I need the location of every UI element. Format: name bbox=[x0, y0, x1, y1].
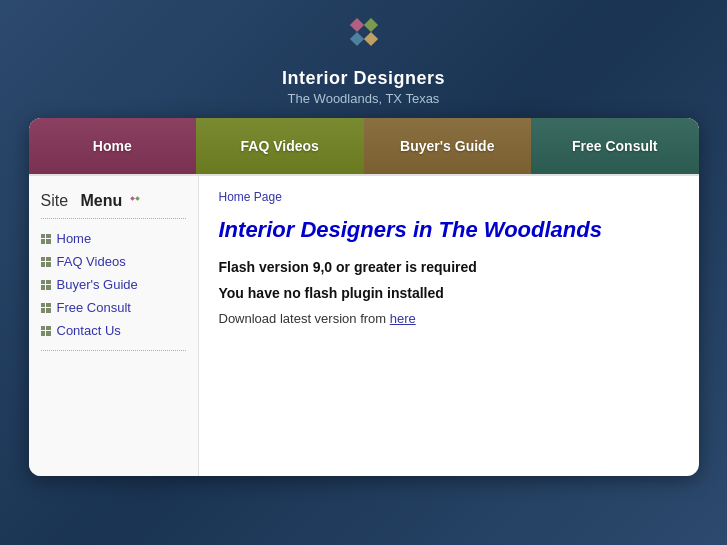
nav-bar: Home FAQ Videos Buyer's Guide Free Consu… bbox=[29, 118, 699, 174]
sidebar-item-buyers-label: Buyer's Guide bbox=[57, 277, 138, 292]
sidebar-item-contact-label: Contact Us bbox=[57, 323, 121, 338]
sidebar-menu: Home FAQ Videos Buyer's Guide bbox=[41, 227, 186, 342]
svg-rect-4 bbox=[130, 196, 135, 201]
sidebar: Site Menu Home FAQ Vid bbox=[29, 176, 199, 476]
svg-rect-0 bbox=[350, 18, 364, 32]
flash-required-text: Flash version 9,0 or greater is required bbox=[219, 259, 679, 275]
sidebar-bottom-divider bbox=[41, 350, 186, 351]
sidebar-item-faq-label: FAQ Videos bbox=[57, 254, 126, 269]
svg-rect-5 bbox=[135, 196, 140, 201]
nav-buyers-guide[interactable]: Buyer's Guide bbox=[364, 118, 532, 174]
sidebar-item-faq[interactable]: FAQ Videos bbox=[41, 250, 186, 273]
grid-icon bbox=[41, 303, 51, 313]
site-header: Interior Designers The Woodlands, TX Tex… bbox=[282, 0, 445, 118]
svg-rect-1 bbox=[364, 18, 378, 32]
sidebar-item-home-label: Home bbox=[57, 231, 92, 246]
download-link[interactable]: here bbox=[390, 311, 416, 326]
grid-icon bbox=[41, 326, 51, 336]
site-subtitle: The Woodlands, TX Texas bbox=[288, 91, 440, 106]
sidebar-item-consult-label: Free Consult bbox=[57, 300, 131, 315]
svg-rect-3 bbox=[364, 32, 378, 46]
menu-word: Menu bbox=[81, 192, 123, 210]
logo-diamond bbox=[341, 18, 385, 62]
no-plugin-text: You have no flash plugin installed bbox=[219, 285, 679, 301]
sidebar-title: Site Menu bbox=[41, 192, 186, 210]
content-area: Site Menu Home FAQ Vid bbox=[29, 174, 699, 476]
site-word: Site bbox=[41, 192, 69, 210]
grid-icon bbox=[41, 280, 51, 290]
main-content: Home Page Interior Designers in The Wood… bbox=[199, 176, 699, 476]
nav-home[interactable]: Home bbox=[29, 118, 197, 174]
sidebar-item-consult[interactable]: Free Consult bbox=[41, 296, 186, 319]
page-heading: Interior Designers in The Woodlands bbox=[219, 216, 679, 245]
sidebar-top-divider bbox=[41, 218, 186, 219]
site-title: Interior Designers bbox=[282, 68, 445, 89]
sidebar-item-contact[interactable]: Contact Us bbox=[41, 319, 186, 342]
grid-icon bbox=[41, 257, 51, 267]
sidebar-diamond-icon bbox=[130, 196, 140, 206]
svg-rect-2 bbox=[350, 32, 364, 46]
main-container: Home FAQ Videos Buyer's Guide Free Consu… bbox=[29, 118, 699, 476]
sidebar-item-buyers[interactable]: Buyer's Guide bbox=[41, 273, 186, 296]
download-text: Download latest version from here bbox=[219, 311, 679, 326]
nav-free-consult[interactable]: Free Consult bbox=[531, 118, 699, 174]
grid-icon bbox=[41, 234, 51, 244]
breadcrumb[interactable]: Home Page bbox=[219, 190, 679, 204]
nav-faq-videos[interactable]: FAQ Videos bbox=[196, 118, 364, 174]
download-prefix: Download latest version from bbox=[219, 311, 390, 326]
sidebar-item-home[interactable]: Home bbox=[41, 227, 186, 250]
